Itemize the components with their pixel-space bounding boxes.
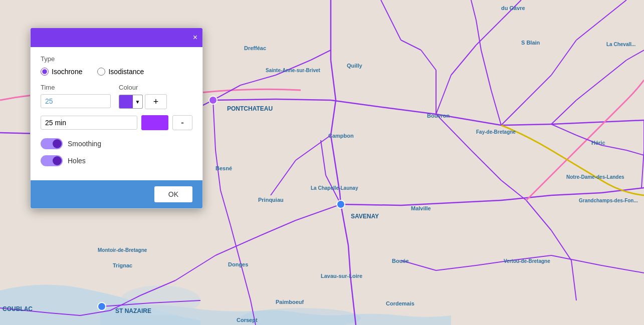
map-label-trignac: Trignac [113,262,132,268]
time-input[interactable] [41,94,111,108]
svg-line-25 [231,225,241,263]
map-label-du-gavre: du Gâvre [501,5,525,11]
dialog-footer: OK [31,180,202,208]
holes-toggle[interactable] [41,155,63,166]
svg-line-69 [601,0,626,20]
map-label-coublac: COUBLAC [3,305,33,312]
map-label-vertou: Vertou-de-Bretagne [504,258,550,264]
map-label-fay: Fay-de-Bretagne [476,129,516,135]
svg-line-71 [641,150,644,188]
isodistance-label: Isodistance [108,68,144,76]
svg-point-93 [337,200,345,208]
holes-thumb [53,156,62,165]
colour-dropdown-arrow-icon[interactable]: ▼ [133,95,143,109]
smoothing-thumb [53,139,62,148]
map-label-grandchamps: Grandchamps-des-Fon... [579,198,638,203]
time-field-group: Time [41,84,111,108]
map-label-cordemais: Cordemais [386,300,414,306]
colour-swatch[interactable] [119,95,133,109]
isochrone-label: Isochrone [52,68,82,76]
svg-line-60 [436,265,476,270]
isochrone-option[interactable]: Isochrone [41,68,82,76]
map-label-prinquiau: Prinquiau [258,197,284,203]
svg-line-48 [296,135,331,160]
svg-line-53 [175,255,216,280]
svg-line-82 [491,90,501,125]
svg-line-43 [571,260,576,300]
map-label-besne: Besné [216,165,232,171]
svg-line-16 [276,99,331,100]
map-label-pontchateau: PONTCHATEAU [227,105,273,112]
map-label-lavau: Lavau-sur-Loire [321,273,362,279]
colour-select-wrapper[interactable]: ▼ [119,95,143,109]
svg-line-81 [321,140,326,175]
holes-row: Holes [41,155,192,166]
svg-line-10 [351,280,356,325]
svg-line-50 [296,204,341,220]
time-field-label: Time [41,84,111,91]
smoothing-row: Smoothing [41,138,192,149]
isodistance-radio[interactable] [97,68,105,76]
minus-button[interactable]: - [172,115,192,130]
svg-line-90 [601,145,626,150]
svg-point-92 [209,96,217,104]
type-label: Type [41,55,192,63]
holes-track [41,155,63,166]
svg-line-22 [213,100,216,150]
svg-line-66 [526,75,551,100]
map-label-corsept: Corsept [237,317,258,323]
svg-line-77 [241,75,276,85]
svg-line-76 [213,85,241,100]
smoothing-toggle[interactable] [41,138,63,149]
holes-label: Holes [68,157,86,165]
map-label-la-chevall: La Chevall... [606,42,635,47]
plus-button[interactable]: + [145,94,167,109]
time-colour-row: Time Colour ▼ + [41,84,192,109]
svg-line-83 [481,50,491,90]
svg-line-6 [331,135,340,193]
map-label-malville: Malville [411,205,431,211]
svg-line-64 [601,265,644,273]
dialog-header: × [31,28,202,47]
svg-line-51 [261,220,296,235]
svg-line-68 [576,20,601,40]
duration-input[interactable] [41,116,137,130]
svg-line-8 [341,204,348,245]
map-label-montoir: Montoir-de-Bretagne [98,247,147,253]
svg-line-4 [331,60,336,100]
map-label-notre-dame: Notre-Dame-des-Landes [566,174,624,180]
svg-line-74 [601,60,626,80]
map-label-st-nazaire: ST NAZAIRE [115,307,151,314]
svg-line-39 [471,150,501,180]
svg-line-75 [626,50,644,60]
svg-line-67 [551,40,576,75]
map-label-heric: Héric [591,140,605,146]
svg-line-24 [221,190,231,225]
dialog-body: Type Isochrone Isodistance Time Colour [31,47,202,180]
svg-line-91 [626,150,644,155]
isodistance-option[interactable]: Isodistance [97,68,144,76]
svg-line-29 [451,45,476,75]
ok-button[interactable]: OK [154,186,192,202]
map-label-paimboeuf: Paimboeuf [276,299,304,305]
svg-line-40 [501,180,526,200]
svg-line-15 [213,99,276,100]
svg-line-45 [401,40,421,50]
svg-line-84 [476,20,481,50]
map-label-chapelle: La Chapelle-Launay [311,185,358,191]
svg-line-88 [551,124,576,135]
svg-point-94 [98,302,106,310]
close-button[interactable]: × [193,34,197,42]
svg-line-87 [150,300,200,303]
map-label-sainte-anne: Sainte-Anne-sur-Brivet [266,68,320,73]
svg-line-36 [551,193,601,195]
duration-colour-swatch [141,115,168,130]
svg-line-73 [576,80,601,100]
isochrone-radio[interactable] [41,68,49,76]
svg-line-44 [381,0,401,40]
svg-line-26 [241,263,251,300]
duration-row: - [41,115,192,130]
svg-line-79 [311,50,331,60]
map-label-bouvron: Bouvron [427,113,450,119]
type-radio-group: Isochrone Isodistance [41,68,192,76]
